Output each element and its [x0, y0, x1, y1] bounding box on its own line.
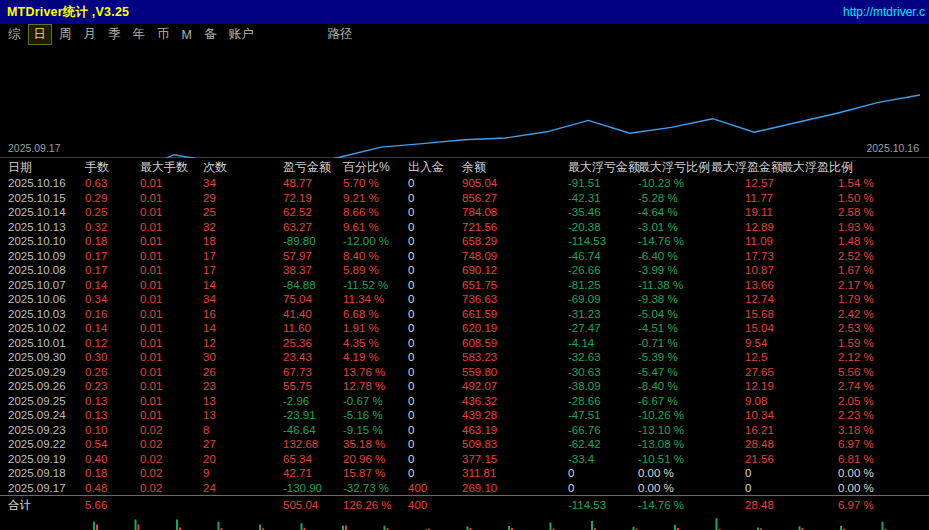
table-row[interactable]: 2025.10.090.170.011757.978.40 %0748.09-4…	[0, 249, 929, 264]
cell: 690.12	[462, 263, 568, 278]
menu-item-M[interactable]: M	[177, 27, 197, 43]
table-row[interactable]: 2025.10.060.340.013475.0411.34 %0736.63-…	[0, 292, 929, 307]
table-row[interactable]: 2025.10.030.160.011641.406.68 %0661.59-3…	[0, 307, 929, 322]
cell-empty	[462, 496, 568, 515]
cell: -31.23	[568, 307, 638, 322]
column-header[interactable]: 最大浮盈比例	[781, 158, 872, 176]
cell: 0.29	[85, 191, 140, 206]
cell: 20	[203, 452, 283, 467]
cell: 0.01	[140, 379, 203, 394]
column-header[interactable]: 百分比%	[343, 158, 408, 176]
total-label: 合计	[8, 496, 85, 515]
cell: 0	[408, 292, 462, 307]
table-row[interactable]: 2025.09.250.130.0113-2.96-0.67 %0436.32-…	[0, 394, 929, 409]
cell: 26	[203, 365, 283, 380]
table-row[interactable]: 2025.09.190.400.022065.3420.96 %0377.15-…	[0, 452, 929, 467]
cell: 905.04	[462, 176, 568, 191]
cell: 0.18	[85, 234, 140, 249]
cell: 13.66	[745, 278, 838, 293]
title-bar: MTDriver统计 ,V3.25 http://mtdriver.c	[0, 0, 929, 24]
menu-item-月[interactable]: 月	[79, 25, 102, 44]
cell: 4.35 %	[343, 336, 408, 351]
column-header[interactable]: 余额	[462, 158, 568, 176]
menu-item-备[interactable]: 备	[199, 25, 222, 44]
cell: 0.48	[85, 481, 140, 496]
cell: 63.27	[283, 220, 343, 235]
cell: 9	[203, 466, 283, 481]
equity-chart-area: 2025.09.17 2025.10.16	[0, 45, 929, 158]
table-row[interactable]: 2025.10.080.170.011738.375.89 %0690.12-2…	[0, 263, 929, 278]
menu-item-综[interactable]: 综	[3, 25, 26, 44]
cell: 0.01	[140, 408, 203, 423]
app-url-link[interactable]: http://mtdriver.c	[843, 5, 925, 19]
cell: 0.18	[85, 466, 140, 481]
cell: 19.11	[745, 205, 838, 220]
table-row[interactable]: 2025.09.230.100.028-46.64-9.15 %0463.19-…	[0, 423, 929, 438]
menu-item-年[interactable]: 年	[128, 25, 151, 44]
column-header[interactable]: 最大手数	[140, 158, 203, 176]
cell: -9.15 %	[343, 423, 408, 438]
menu-item-币[interactable]: 币	[152, 25, 175, 44]
cell: -4.14	[568, 336, 638, 351]
cell: -114.53	[568, 234, 638, 249]
cell: 1.91 %	[343, 321, 408, 336]
cell: 2.42 %	[838, 307, 929, 322]
table-row[interactable]: 2025.10.130.320.013263.279.61 %0721.56-2…	[0, 220, 929, 235]
cell: 4.19 %	[343, 350, 408, 365]
cell: 0.40	[85, 452, 140, 467]
column-header[interactable]: 最大浮亏金额	[568, 158, 638, 176]
table-row[interactable]: 2025.10.140.250.012562.528.66 %0784.08-3…	[0, 205, 929, 220]
menu-item-path[interactable]: 路径	[322, 25, 357, 44]
cell: -47.51	[568, 408, 638, 423]
table-row[interactable]: 2025.10.100.180.0118-89.80-12.00 %0658.2…	[0, 234, 929, 249]
cell: 3.18 %	[838, 423, 929, 438]
cell: 0	[408, 278, 462, 293]
cell: 2025.09.18	[8, 466, 85, 481]
table-row[interactable]: 2025.09.220.540.0227132.6835.18 %0509.83…	[0, 437, 929, 452]
cell: 30	[203, 350, 283, 365]
cell: -66.76	[568, 423, 638, 438]
cell: 67.73	[283, 365, 343, 380]
cell: 2025.09.29	[8, 365, 85, 380]
table-row[interactable]: 2025.10.150.290.012972.199.21 %0856.27-4…	[0, 191, 929, 206]
column-header[interactable]: 手数	[85, 158, 140, 176]
cell: 436.32	[462, 394, 568, 409]
table-row[interactable]: 2025.09.170.480.0224-130.90-32.73 %40026…	[0, 481, 929, 496]
cell: -13.08 %	[638, 437, 745, 452]
cell: -20.38	[568, 220, 638, 235]
cell: -4.51 %	[638, 321, 745, 336]
cell: 2025.10.15	[8, 191, 85, 206]
table-row[interactable]: 2025.10.070.140.0114-84.88-11.52 %0651.7…	[0, 278, 929, 293]
table-row[interactable]: 2025.09.180.180.02942.7115.87 %0311.8100…	[0, 466, 929, 481]
cell: 0.30	[85, 350, 140, 365]
cell: 0	[408, 466, 462, 481]
cell: 2.74 %	[838, 379, 929, 394]
table-row[interactable]: 2025.10.020.140.011411.601.91 %0620.19-2…	[0, 321, 929, 336]
menu-item-周[interactable]: 周	[54, 25, 77, 44]
cell: 0	[745, 466, 838, 481]
column-header[interactable]: 盈亏金额	[283, 158, 343, 176]
cell: 32	[203, 220, 283, 235]
cell: 0.17	[85, 249, 140, 264]
column-header[interactable]: 次数	[203, 158, 283, 176]
cell: 62.52	[283, 205, 343, 220]
column-header[interactable]: 出入金	[408, 158, 462, 176]
cell: 0	[408, 336, 462, 351]
column-header[interactable]: 日期	[8, 158, 85, 176]
table-row[interactable]: 2025.10.010.120.011225.364.35 %0608.59-4…	[0, 336, 929, 351]
cell: 2025.10.03	[8, 307, 85, 322]
table-row[interactable]: 2025.09.290.260.012667.7313.76 %0559.80-…	[0, 365, 929, 380]
table-row[interactable]: 2025.09.240.130.0113-23.91-5.16 %0439.28…	[0, 408, 929, 423]
cell: -6.67 %	[638, 394, 745, 409]
cell: 0.01	[140, 307, 203, 322]
table-row[interactable]: 2025.09.260.230.012355.7512.78 %0492.07-…	[0, 379, 929, 394]
menu-item-季[interactable]: 季	[103, 25, 126, 44]
cell: 10.34	[745, 408, 838, 423]
cell: 0	[408, 249, 462, 264]
menu-item-账户[interactable]: 账户	[223, 25, 258, 44]
app-title: MTDriver统计 ,V3.25	[7, 4, 129, 21]
cell: -69.09	[568, 292, 638, 307]
menu-item-日[interactable]: 日	[28, 24, 53, 45]
table-row[interactable]: 2025.09.300.300.013023.434.19 %0583.23-3…	[0, 350, 929, 365]
table-row[interactable]: 2025.10.160.630.013448.775.70 %0905.04-9…	[0, 176, 929, 191]
